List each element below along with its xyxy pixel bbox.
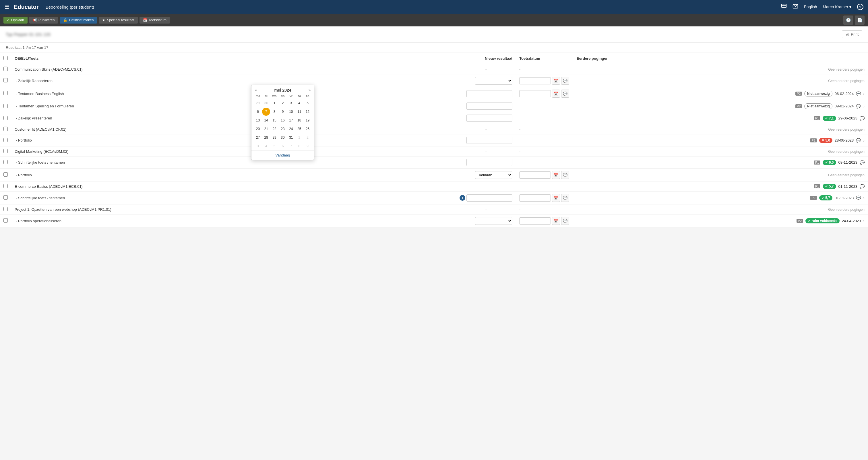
cal-day[interactable]: 8 xyxy=(270,108,278,116)
info-icon[interactable]: i xyxy=(460,195,465,201)
user-menu[interactable]: Marco Kramer ▾ xyxy=(823,5,851,9)
cal-day[interactable]: 9 xyxy=(304,142,312,150)
print-button[interactable]: 🖨 Print xyxy=(842,30,862,38)
cal-day[interactable]: 2 xyxy=(279,99,287,107)
date-input[interactable] xyxy=(519,90,551,97)
publish-button[interactable]: 📢 Publiceren xyxy=(29,17,58,24)
chevron-right-icon[interactable]: › xyxy=(863,218,865,223)
mail-icon[interactable] xyxy=(793,3,798,10)
cal-day[interactable]: 30 xyxy=(262,99,270,107)
row-checkbox[interactable] xyxy=(3,104,8,108)
grade-select[interactable]: VoldaanNiet voldaan xyxy=(475,171,513,179)
hamburger-icon[interactable]: ☰ xyxy=(5,4,9,10)
cal-day[interactable]: 6 xyxy=(254,108,262,116)
cal-day[interactable]: 16 xyxy=(279,116,287,124)
chevron-right-icon[interactable]: › xyxy=(863,91,865,96)
calendar-icon[interactable]: 📅 xyxy=(552,77,560,85)
cal-day[interactable]: 15 xyxy=(270,116,278,124)
row-checkbox[interactable] xyxy=(3,218,8,222)
row-checkbox[interactable] xyxy=(3,149,8,153)
chevron-right-icon[interactable]: › xyxy=(863,138,865,143)
cal-day[interactable]: 10 xyxy=(287,108,295,116)
comment-icon[interactable]: 💬 xyxy=(561,171,569,179)
history-button[interactable]: 🕐 xyxy=(843,16,853,25)
cal-day[interactable]: 27 xyxy=(254,133,262,142)
cal-day[interactable]: 8 xyxy=(296,142,303,150)
chevron-right-icon[interactable]: › xyxy=(863,104,865,109)
grade-input[interactable] xyxy=(466,115,513,122)
finalize-button[interactable]: 🔒 Definitief maken xyxy=(60,17,97,24)
date-input[interactable] xyxy=(519,194,551,202)
cal-day[interactable]: 4 xyxy=(262,142,270,150)
chat-icon[interactable]: 💬 xyxy=(860,160,865,165)
calendar-icon[interactable]: 📅 xyxy=(552,194,560,202)
cal-day[interactable]: 14 xyxy=(262,116,270,124)
cal-day[interactable]: 31 xyxy=(287,133,295,142)
cal-day[interactable]: 29 xyxy=(270,133,278,142)
row-checkbox[interactable] xyxy=(3,172,8,177)
grade-input[interactable] xyxy=(466,90,513,97)
cal-day[interactable]: 1 xyxy=(296,133,303,142)
calendar-next-button[interactable]: » xyxy=(308,88,311,92)
cal-day[interactable]: 6 xyxy=(279,142,287,150)
cal-day-today[interactable]: 7 xyxy=(262,108,270,116)
row-checkbox[interactable] xyxy=(3,67,8,71)
cal-day[interactable]: 4 xyxy=(296,99,303,107)
cal-day[interactable]: 29 xyxy=(254,99,262,107)
select-all-checkbox[interactable] xyxy=(3,56,8,60)
cal-day[interactable]: 21 xyxy=(262,125,270,133)
chat-icon[interactable]: 💬 xyxy=(856,138,861,143)
row-checkbox[interactable] xyxy=(3,207,8,211)
chat-icon[interactable]: 💬 xyxy=(856,91,861,96)
cal-day[interactable]: 9 xyxy=(279,108,287,116)
cal-day[interactable]: 26 xyxy=(304,125,312,133)
comment-icon[interactable]: 💬 xyxy=(561,194,569,202)
cal-day[interactable]: 2 xyxy=(304,133,312,142)
cal-day[interactable]: 7 xyxy=(287,142,295,150)
comment-icon[interactable]: 💬 xyxy=(561,90,569,98)
chevron-right-icon[interactable]: › xyxy=(863,195,865,200)
calendar-icon[interactable]: 📅 xyxy=(552,217,560,225)
cal-day[interactable]: 5 xyxy=(304,99,312,107)
chat-icon[interactable]: 💬 xyxy=(860,184,865,189)
save-button[interactable]: ✓ Opslaan xyxy=(3,17,28,24)
comment-icon[interactable]: 💬 xyxy=(561,217,569,225)
grade-select[interactable]: VoldaanNiet voldaan xyxy=(475,217,513,225)
grade-input[interactable] xyxy=(466,137,513,144)
cal-day[interactable]: 28 xyxy=(262,133,270,142)
row-checkbox[interactable] xyxy=(3,116,8,120)
language-selector[interactable]: English xyxy=(804,5,817,9)
cal-day[interactable]: 19 xyxy=(304,116,312,124)
calendar-today-button[interactable]: Vandaag xyxy=(251,150,314,160)
chat-icon[interactable]: 💬 xyxy=(856,195,861,200)
row-checkbox[interactable] xyxy=(3,195,8,200)
date-input[interactable] xyxy=(519,172,551,179)
row-checkbox[interactable] xyxy=(3,184,8,188)
cal-day[interactable]: 30 xyxy=(279,133,287,142)
special-result-button[interactable]: ★ Speciaal resultaat xyxy=(99,17,137,24)
row-checkbox[interactable] xyxy=(3,91,8,95)
cal-day[interactable]: 25 xyxy=(296,125,303,133)
grade-input[interactable] xyxy=(466,194,513,202)
test-date-button[interactable]: 📅 Toetsdatum xyxy=(140,17,170,24)
comment-icon[interactable]: 💬 xyxy=(561,77,569,85)
chat-icon[interactable]: 💬 xyxy=(860,116,865,121)
cal-day[interactable]: 22 xyxy=(270,125,278,133)
grade-input[interactable] xyxy=(466,159,513,166)
calendar-prev-button[interactable]: « xyxy=(255,88,257,92)
cal-day[interactable]: 1 xyxy=(270,99,278,107)
inbox-icon[interactable] xyxy=(781,3,787,10)
cal-day[interactable]: 12 xyxy=(304,108,312,116)
cal-day[interactable]: 18 xyxy=(296,116,303,124)
cal-day[interactable]: 3 xyxy=(254,142,262,150)
chat-icon[interactable]: 💬 xyxy=(856,104,861,109)
cal-day[interactable]: 17 xyxy=(287,116,295,124)
cal-day[interactable]: 13 xyxy=(254,116,262,124)
date-input[interactable] xyxy=(519,217,551,224)
calendar-icon[interactable]: 📅 xyxy=(552,171,560,179)
cal-day[interactable]: 5 xyxy=(270,142,278,150)
help-icon[interactable]: ? xyxy=(857,4,863,10)
cal-day[interactable]: 23 xyxy=(279,125,287,133)
cal-day[interactable]: 3 xyxy=(287,99,295,107)
file-button[interactable]: 📄 xyxy=(855,16,865,25)
